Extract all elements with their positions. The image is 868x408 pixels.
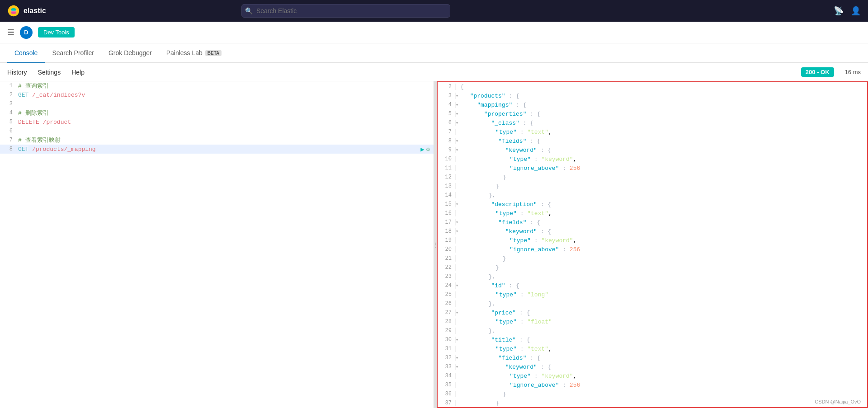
elastic-logo[interactable]: elastic — [7, 5, 46, 17]
settings-button[interactable]: Settings — [38, 69, 61, 76]
output-line-content-5: "properties" : { — [459, 111, 867, 117]
beta-badge: BETA — [205, 50, 222, 56]
output-line-content-22: } — [457, 264, 867, 271]
output-line-num-20: 20 — [438, 246, 456, 253]
notifications-icon[interactable]: 📡 — [834, 6, 844, 16]
output-line-num-15: 15 — [438, 201, 456, 207]
elastic-logo-text: elastic — [24, 7, 46, 15]
copy-icon[interactable]: ⚙ — [426, 145, 430, 153]
output-line-8: 8 ▾ "fields" : { — [438, 136, 867, 145]
top-bar: elastic 🔍 📡 👤 — [0, 0, 868, 22]
output-line-7: 7 "type" : "text", — [438, 127, 867, 136]
output-line-num-14: 14 — [438, 192, 456, 198]
output-line-content-19: "type" : "keyword", — [457, 237, 867, 244]
search-input[interactable] — [241, 4, 450, 18]
line-content-6 — [16, 128, 434, 135]
output-line-content-9: "keyword" : { — [459, 147, 867, 154]
tab-grok-debugger[interactable]: Grok Debugger — [101, 43, 159, 63]
output-line-content-12: } — [457, 174, 867, 181]
output-line-content-16: "type" : "text", — [457, 210, 867, 217]
output-line-31: 31 "type" : "text", — [438, 344, 867, 353]
user-menu-icon[interactable]: 👤 — [851, 6, 861, 16]
watermark: CSDN @Naijia_OvO — [815, 399, 861, 404]
output-line-content-10: "type" : "keyword", — [457, 156, 867, 163]
output-line-num-25: 25 — [438, 291, 456, 298]
line-content-8: GET /products/_mapping — [16, 146, 420, 153]
output-line-num-12: 12 — [438, 174, 456, 180]
line-number-2: 2 — [0, 92, 16, 98]
output-line-num-22: 22 — [438, 264, 456, 271]
output-line-content-20: "ignore_above" : 256 — [457, 246, 867, 253]
search-bar-container: 🔍 — [241, 4, 450, 18]
collapse-icon-5[interactable]: ▾ — [456, 111, 459, 117]
output-line-content-30: "title" : { — [459, 337, 867, 343]
history-button[interactable]: History — [7, 69, 27, 76]
output-line-content-24: "id" : { — [459, 282, 867, 289]
output-line-content-34: "type" : "keyword", — [457, 373, 867, 380]
output-line-19: 19 "type" : "keyword", — [438, 236, 867, 245]
top-bar-right: 📡 👤 — [834, 6, 861, 16]
output-line-36: 36 } — [438, 389, 867, 399]
output-line-22: 22 } — [438, 263, 867, 272]
tab-search-profiler[interactable]: Search Profiler — [45, 43, 101, 63]
editor-pane: 1 # 查询索引 2 GET /_cat/indices?v 3 4 # 删除索… — [0, 81, 434, 408]
output-content[interactable]: 2 { 3 ▾ "products" : { 4 ▾ "mappings" : … — [437, 81, 868, 408]
output-line-num-34: 34 — [438, 373, 456, 379]
editor-line-7: 7 # 查看索引映射 — [0, 136, 434, 145]
output-line-num-6: 6 — [438, 120, 456, 126]
output-line-content-17: "fields" : { — [459, 219, 867, 226]
output-line-content-14: }, — [457, 192, 867, 199]
output-line-num-9: 9 — [438, 147, 456, 153]
output-line-23: 23 }, — [438, 272, 867, 281]
output-line-num-29: 29 — [438, 328, 456, 334]
tab-console[interactable]: Console — [7, 43, 45, 63]
output-line-4: 4 ▾ "mappings" : { — [438, 100, 867, 109]
output-line-20: 20 "ignore_above" : 256 — [438, 245, 867, 254]
editor-content[interactable]: 1 # 查询索引 2 GET /_cat/indices?v 3 4 # 删除索… — [0, 81, 434, 408]
output-line-5: 5 ▾ "properties" : { — [438, 109, 867, 118]
output-line-num-36: 36 — [438, 391, 456, 397]
output-line-num-2: 2 — [438, 84, 456, 90]
collapse-icon-3[interactable]: ▾ — [456, 93, 459, 98]
editor-line-2: 2 GET /_cat/indices?v — [0, 90, 434, 99]
output-line-28: 28 "type" : "float" — [438, 317, 867, 326]
collapse-icon-15[interactable]: ▾ — [456, 202, 459, 207]
editor-line-1: 1 # 查询索引 — [0, 81, 434, 90]
collapse-icon-9[interactable]: ▾ — [456, 147, 459, 153]
collapse-icon-24[interactable]: ▾ — [456, 283, 459, 288]
output-line-content-25: "type" : "long" — [457, 291, 867, 298]
output-line-2: 2 { — [438, 82, 867, 91]
output-line-29: 29 }, — [438, 326, 867, 335]
output-line-13: 13 } — [438, 182, 867, 191]
run-icon[interactable]: ▶ — [420, 145, 424, 153]
collapse-icon-6[interactable]: ▾ — [456, 120, 459, 126]
tab-painless-lab[interactable]: Painless Lab BETA — [159, 43, 229, 63]
line-number-4: 4 — [0, 110, 16, 116]
line-number-1: 1 — [0, 83, 16, 89]
output-line-14: 14 }, — [438, 191, 867, 200]
help-button[interactable]: Help — [71, 69, 85, 76]
editor-line-5: 5 DELETE /product — [0, 117, 434, 127]
collapse-icon-32[interactable]: ▾ — [456, 355, 459, 361]
collapse-icon-17[interactable]: ▾ — [456, 220, 459, 225]
output-line-26: 26 }, — [438, 299, 867, 308]
hamburger-menu[interactable]: ☰ — [7, 28, 14, 38]
collapse-icon-30[interactable]: ▾ — [456, 337, 459, 342]
output-line-32: 32 ▾ "fields" : { — [438, 353, 867, 362]
output-line-content-27: "price" : { — [459, 310, 867, 316]
collapse-icon-33[interactable]: ▾ — [456, 364, 459, 370]
output-line-num-21: 21 — [438, 255, 456, 262]
collapse-icon-18[interactable]: ▾ — [456, 229, 459, 234]
search-icon: 🔍 — [245, 7, 253, 14]
collapse-icon-8[interactable]: ▾ — [456, 138, 459, 144]
output-line-num-3: 3 — [438, 93, 456, 99]
collapse-icon-27[interactable]: ▾ — [456, 310, 459, 315]
line-content-7: # 查看索引映射 — [16, 136, 434, 144]
output-line-24: 24 ▾ "id" : { — [438, 281, 867, 290]
editor-line-4: 4 # 删除索引 — [0, 108, 434, 117]
dev-tools-button[interactable]: Dev Tools — [38, 27, 75, 38]
output-line-6: 6 ▾ "_class" : { — [438, 118, 867, 127]
toolbar: History Settings Help 200 - OK 16 ms — [0, 63, 868, 81]
line-content-1: # 查询索引 — [16, 82, 434, 90]
collapse-icon-4[interactable]: ▾ — [456, 102, 459, 108]
